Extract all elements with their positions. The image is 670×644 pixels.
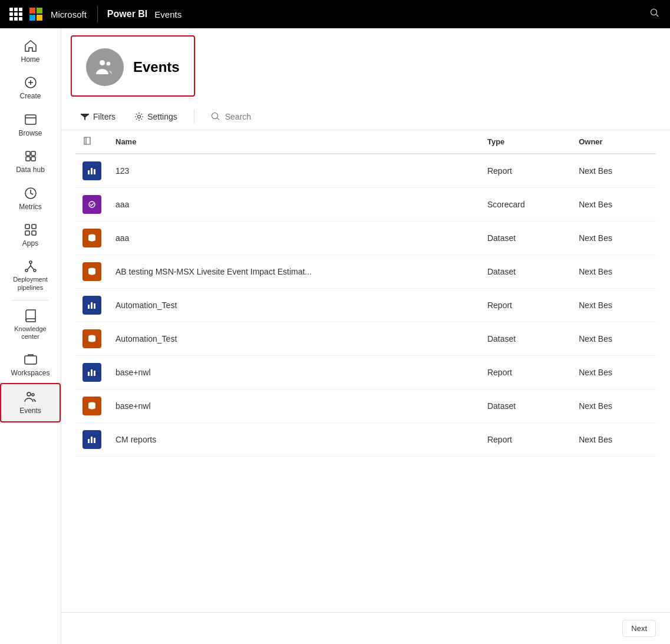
- svg-rect-3: [31, 151, 35, 156]
- sidebar-item-browse[interactable]: Browse: [0, 107, 61, 143]
- svg-rect-5: [31, 157, 35, 161]
- sidebar-item-create[interactable]: Create: [0, 70, 61, 106]
- settings-button[interactable]: Settings: [130, 108, 182, 125]
- row-name: Automation_Test: [108, 322, 480, 356]
- table-row[interactable]: aaa Scorecard Next Bes: [75, 188, 656, 222]
- topbar-search-icon[interactable]: [649, 7, 661, 21]
- row-icon-cell: [75, 356, 108, 389]
- datahub-icon: [24, 149, 38, 163]
- topbar: Microsoft Power BI Events: [0, 0, 670, 28]
- row-name: 123: [108, 154, 480, 188]
- powerbi-label: Power BI: [107, 9, 147, 19]
- sidebar-item-knowledge[interactable]: Knowledge center: [0, 303, 61, 346]
- item-icon: [82, 195, 101, 214]
- sidebar-create-label: Create: [19, 92, 41, 100]
- table-row[interactable]: base+nwl Dataset Next Bes: [75, 389, 656, 423]
- search-icon: [211, 112, 220, 121]
- th-name: Name: [108, 130, 480, 154]
- settings-icon: [134, 112, 144, 121]
- table-row[interactable]: CM reports Report Next Bes: [75, 423, 656, 457]
- svg-rect-30: [88, 372, 90, 376]
- th-type: Type: [480, 130, 572, 154]
- deployment-icon: [24, 259, 38, 273]
- toolbar-divider: [194, 110, 194, 124]
- browse-icon: [24, 113, 38, 127]
- svg-rect-8: [32, 224, 36, 229]
- row-name: CM reports: [108, 423, 480, 457]
- row-icon-cell: [75, 255, 108, 289]
- table-header: Name Type Owner: [75, 130, 656, 154]
- row-owner: Next Bes: [572, 255, 656, 289]
- row-type: Scorecard: [480, 188, 572, 222]
- table-row[interactable]: Automation_Test Report Next Bes: [75, 289, 656, 322]
- workspace-title: Events: [133, 59, 180, 75]
- sidebar-events-label: Events: [19, 407, 41, 415]
- table-row[interactable]: base+nwl Report Next Bes: [75, 356, 656, 389]
- table-row[interactable]: Automation_Test Dataset Next Bes: [75, 322, 656, 356]
- knowledge-icon: [24, 309, 38, 323]
- avatar: [86, 48, 124, 86]
- row-owner: Next Bes: [572, 154, 656, 188]
- item-icon: [82, 430, 101, 449]
- sidebar-item-deployment[interactable]: Deployment pipelines: [0, 253, 61, 297]
- filters-button[interactable]: Filters: [75, 108, 120, 125]
- row-icon-cell: [75, 154, 108, 188]
- sidebar-item-events[interactable]: Events: [0, 383, 61, 422]
- workspace-header: Events: [71, 35, 195, 97]
- svg-rect-32: [94, 371, 95, 376]
- svg-rect-27: [91, 302, 93, 309]
- svg-point-11: [29, 261, 32, 263]
- row-type: Dataset: [480, 222, 572, 255]
- toolbar: Filters Settings: [61, 104, 670, 130]
- topbar-divider: [97, 6, 98, 22]
- apps-launcher-icon[interactable]: [9, 8, 22, 21]
- create-icon: [24, 75, 38, 90]
- row-type: Dataset: [480, 255, 572, 289]
- row-type: Dataset: [480, 322, 572, 356]
- svg-point-19: [138, 115, 141, 118]
- sidebar-knowledge-label: Knowledge center: [5, 325, 56, 341]
- metrics-icon: [24, 186, 38, 200]
- table-row[interactable]: aaa Dataset Next Bes: [75, 222, 656, 255]
- row-owner: Next Bes: [572, 423, 656, 457]
- sidebar-metrics-label: Metrics: [19, 203, 42, 211]
- row-icon-cell: [75, 389, 108, 423]
- row-name: Automation_Test: [108, 289, 480, 322]
- sidebar-item-metrics[interactable]: Metrics: [0, 180, 61, 217]
- svg-rect-22: [94, 169, 95, 174]
- layout: Home Create Browse Data hub Metrics: [0, 28, 670, 644]
- table-row[interactable]: 123 Report Next Bes: [75, 154, 656, 188]
- row-owner: Next Bes: [572, 356, 656, 389]
- item-icon: [82, 262, 101, 281]
- sidebar-deployment-label: Deployment pipelines: [5, 276, 56, 291]
- workspaces-icon: [24, 352, 38, 366]
- filters-label: Filters: [93, 112, 115, 121]
- next-button[interactable]: Next: [622, 620, 656, 637]
- table-row[interactable]: AB testing MSN-MSX Livesite Event Impact…: [75, 255, 656, 289]
- row-icon-cell: [75, 423, 108, 457]
- row-owner: Next Bes: [572, 222, 656, 255]
- svg-point-17: [100, 60, 105, 65]
- svg-rect-7: [25, 224, 29, 229]
- svg-point-13: [34, 269, 36, 272]
- topbar-section-label: Events: [154, 9, 181, 19]
- svg-rect-31: [91, 369, 93, 376]
- svg-rect-20: [88, 170, 90, 174]
- svg-rect-34: [88, 439, 90, 443]
- item-icon: [82, 161, 101, 180]
- th-icon: [75, 130, 108, 154]
- sidebar-item-apps[interactable]: Apps: [0, 217, 61, 253]
- sidebar-item-datahub[interactable]: Data hub: [0, 143, 61, 180]
- filters-icon: [80, 112, 90, 121]
- row-name: base+nwl: [108, 356, 480, 389]
- row-owner: Next Bes: [572, 289, 656, 322]
- sidebar-browse-label: Browse: [18, 129, 42, 137]
- sidebar-item-home[interactable]: Home: [0, 33, 61, 70]
- item-icon: [82, 229, 101, 247]
- row-icon-cell: [75, 188, 108, 222]
- search-input[interactable]: [225, 112, 343, 121]
- svg-rect-10: [32, 231, 36, 235]
- table-body: 123 Report Next Bes aaa Scorecard Next B…: [75, 154, 656, 457]
- row-type: Report: [480, 154, 572, 188]
- sidebar-item-workspaces[interactable]: Workspaces: [0, 346, 61, 383]
